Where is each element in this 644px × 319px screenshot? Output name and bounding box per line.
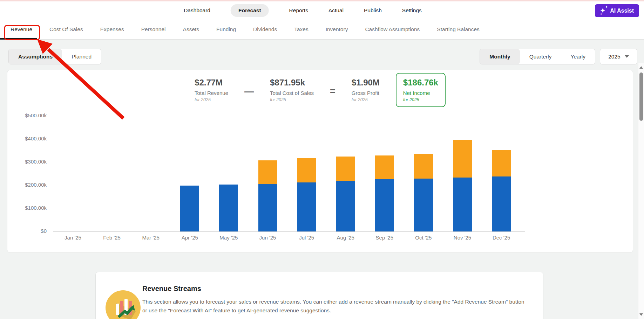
tab-funding[interactable]: Funding (216, 26, 236, 33)
x-axis-label: Dec '25 (484, 235, 519, 241)
x-axis-label: Aug '25 (328, 235, 363, 241)
y-axis-tick: $0 (7, 228, 47, 234)
scroll-down-arrow-icon[interactable] (639, 313, 643, 316)
x-axis-line (53, 231, 525, 232)
bar-sep-25-bottom (375, 179, 394, 231)
view-toggle-assumptions[interactable]: Assumptions (9, 49, 62, 64)
chevron-down-icon (625, 55, 629, 58)
chart-plot: $500.00k$400.00k$300.00k$200.00k$100.00k… (7, 70, 633, 252)
active-tab-underline (0, 38, 37, 40)
view-toggle-planned[interactable]: Planned (62, 49, 101, 64)
top-nav-item-reports[interactable]: Reports (289, 7, 308, 14)
x-axis-label: May '25 (211, 235, 246, 241)
top-nav-item-dashboard[interactable]: Dashboard (184, 7, 210, 14)
x-axis-label: Jul '25 (289, 235, 324, 241)
bar-sep-25-top (375, 155, 394, 179)
y-axis-tick: $100.00k (7, 205, 47, 211)
top-nav-item-settings[interactable]: Settings (402, 7, 422, 14)
ai-assist-button[interactable]: ✦✦✦ AI Assist (595, 4, 639, 17)
tab-cashflow-assumptions[interactable]: Cashflow Assumptions (365, 26, 420, 33)
y-axis-tick: $300.00k (7, 159, 47, 165)
period-toggle-yearly[interactable]: Yearly (561, 49, 595, 64)
top-nav-item-actual[interactable]: Actual (328, 7, 344, 14)
revenue-streams-title: Revenue Streams (142, 285, 201, 293)
bar-jul-25-top (297, 158, 316, 182)
x-axis-label: Sep '25 (367, 235, 402, 241)
bar-nov-25-bottom (453, 178, 472, 231)
revenue-streams-description: This section allows you to forecast your… (142, 297, 525, 315)
x-axis-label: Feb '25 (94, 235, 129, 241)
bar-jun-25-top (258, 160, 277, 184)
app-window: DashboardForecastReportsActualPublishSet… (0, 0, 644, 319)
x-axis-label: Nov '25 (445, 235, 480, 241)
bar-dec-25-top (492, 150, 511, 176)
scroll-up-arrow-icon[interactable] (639, 66, 643, 69)
top-nav-item-publish[interactable]: Publish (364, 7, 382, 14)
bar-aug-25-top (336, 157, 355, 181)
y-axis-tick: $500.00k (7, 112, 47, 118)
bar-nov-25-top (453, 140, 472, 178)
section-tab-bar: RevenueCost Of SalesExpensesPersonnelAss… (0, 20, 644, 39)
x-axis-label: Mar '25 (133, 235, 168, 241)
sparkles-icon: ✦✦✦ (600, 7, 607, 14)
bar-jul-25-bottom (297, 182, 316, 231)
period-toggle: MonthlyQuarterlyYearly (480, 49, 595, 64)
tab-inventory[interactable]: Inventory (326, 26, 348, 33)
year-dropdown[interactable]: 2025 (600, 49, 637, 64)
y-axis-tick: $400.00k (7, 136, 47, 141)
year-value: 2025 (608, 54, 620, 60)
x-axis-label: Apr '25 (172, 235, 207, 241)
vertical-scrollbar[interactable] (638, 63, 644, 319)
ai-assist-label: AI Assist (610, 8, 634, 14)
bar-oct-25-top (414, 154, 433, 179)
bar-aug-25-bottom (336, 181, 355, 231)
x-axis-label: Oct '25 (406, 235, 441, 241)
top-nav-item-forecast[interactable]: Forecast (231, 4, 269, 17)
bar-apr-25-bottom (180, 186, 199, 231)
revenue-streams-icon (106, 290, 141, 319)
view-toggle: AssumptionsPlanned (8, 49, 101, 64)
tab-personnel[interactable]: Personnel (141, 26, 166, 33)
top-nav: DashboardForecastReportsActualPublishSet… (184, 1, 422, 20)
bar-may-25-bottom (219, 185, 238, 231)
x-axis-label: Jan '25 (55, 235, 90, 241)
period-toggle-monthly[interactable]: Monthly (480, 49, 520, 64)
revenue-streams-card: Revenue Streams This section allows you … (95, 272, 543, 319)
bar-jun-25-bottom (258, 184, 277, 231)
x-axis-label: Jun '25 (250, 235, 285, 241)
header: DashboardForecastReportsActualPublishSet… (0, 1, 644, 20)
y-axis-tick: $200.00k (7, 182, 47, 188)
tab-cost-of-sales[interactable]: Cost Of Sales (49, 26, 83, 33)
tab-dividends[interactable]: Dividends (253, 26, 277, 33)
y-axis-line (53, 113, 53, 231)
forecast-chart-card: $2.77MTotal Revenuefor 2025—$871.95kTota… (7, 70, 633, 253)
scrollbar-thumb[interactable] (639, 72, 643, 121)
section-tab-row: RevenueCost Of SalesExpensesPersonnelAss… (0, 20, 644, 40)
tab-starting-balances[interactable]: Starting Balances (437, 26, 480, 33)
bar-dec-25-bottom (492, 176, 511, 231)
tab-taxes[interactable]: Taxes (294, 26, 309, 33)
tab-assets[interactable]: Assets (183, 26, 199, 33)
tab-expenses[interactable]: Expenses (100, 26, 124, 33)
tab-revenue[interactable]: Revenue (11, 26, 32, 33)
bar-oct-25-bottom (414, 179, 433, 231)
period-toggle-quarterly[interactable]: Quarterly (520, 49, 561, 64)
